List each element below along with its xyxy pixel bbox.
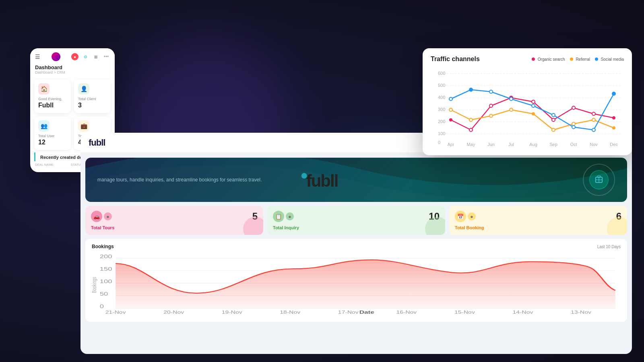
col-deal-name: DEAL NAME [35,163,71,167]
chart-title: Bookings [92,244,114,249]
social-dot-5 [532,104,535,107]
svg-text:300: 300 [438,107,445,112]
booking-icon-2: ● [468,212,476,220]
avatar[interactable] [52,52,60,61]
svg-text:Nov: Nov [590,142,598,147]
traffic-chart-svg: 600 500 400 300 200 100 0 [431,68,624,148]
svg-text:100: 100 [438,131,445,136]
inquiry-icon-1: 📋 [273,211,284,222]
social-dot-8 [592,128,595,132]
referral-dot-9 [612,126,615,130]
svg-text:150: 150 [100,266,112,272]
menu-icon[interactable]: ☰ [35,53,40,60]
organic-dot-9 [612,116,615,119]
svg-text:15-Nov: 15-Nov [454,310,475,315]
breadcrumb: Dashboard Dashboard > CRM [30,64,115,77]
svg-text:Dec: Dec [610,142,618,147]
more-icon[interactable]: ••• [103,53,110,60]
social-dot-1 [449,97,452,101]
stat-total-client: 👤 Total Client 3 [74,79,111,113]
svg-text:16-Nov: 16-Nov [396,310,417,315]
organic-dot-3 [489,104,493,107]
svg-text:17-Nov: 17-Nov [338,310,359,315]
widget-total-inquiry: 📋 ● 10 Total Inquiry [267,206,445,235]
social-dot-6 [552,113,555,117]
svg-text:0: 0 [438,140,440,145]
stat-label-0: Good Evening, [38,97,67,101]
referral-dot-5 [532,112,535,115]
social-dot-7 [572,125,575,129]
traffic-header: Traffic channels Organic search Referral… [431,56,624,63]
referral-dot-1 [449,108,452,111]
hero-wave [85,158,627,202]
notification-icon[interactable]: ● [71,53,78,60]
organic-dot-5 [532,100,535,103]
social-dot-9 [612,92,616,96]
referral-dot-6 [552,128,555,132]
stats-row: 🚗 ● 5 Total Tours 📋 ● 10 Total Inquiry 📅… [80,202,632,235]
tours-title: Total Tours [91,225,258,230]
stat-total-user: 👥 Total User 12 [34,116,71,150]
traffic-card: Traffic channels Organic search Referral… [423,48,632,155]
booking-icons: 📅 ● [455,211,621,222]
svg-text:200: 200 [438,119,445,124]
svg-text:Aug: Aug [529,142,537,147]
inquiry-icon-2: ● [286,212,294,220]
social-dot-4 [510,97,513,101]
svg-text:Bookings: Bookings [92,277,97,293]
organic-dot-8 [592,112,595,115]
svg-text:Sep: Sep [549,142,557,147]
chart-period: Last 10 Days [597,245,621,249]
traffic-legend: Organic search Referral Social media [532,57,624,62]
breadcrumb-path: Dashboard > CRM [35,70,110,74]
stat-value-2: 12 [38,139,67,146]
legend-organic: Organic search [532,57,565,62]
svg-text:Date: Date [359,309,374,315]
svg-text:0: 0 [100,304,104,309]
grid-icon[interactable]: ⊞ [92,53,99,60]
dashboard-title: Dashboard [35,64,110,70]
legend-dot-referral [570,58,573,61]
widget-total-booking: 📅 ● 6 Total Booking [449,206,627,235]
social-dot-2 [469,88,473,92]
tours-icon-2: ● [104,212,112,220]
booking-chart-area: Bookings Last 10 Days 200 150 100 50 0 [85,239,627,322]
deal-icon: 💼 [78,120,89,132]
client-icon: 👤 [78,83,89,95]
svg-text:50: 50 [100,291,108,296]
stat-value-1: 3 [78,102,107,109]
stat-value-0: Fubll [38,102,67,109]
legend-referral: Referral [570,57,590,62]
organic-dot-2 [469,128,473,132]
svg-text:Jul: Jul [508,142,514,147]
organic-dot-7 [572,106,575,109]
referral-dot-8 [592,118,595,121]
svg-text:14-Nov: 14-Nov [513,310,533,315]
area-fill [116,260,615,308]
svg-text:Oct: Oct [570,142,577,147]
referral-dot-7 [572,122,575,125]
legend-dot-social [595,58,598,61]
booking-icon-1: 📅 [455,211,466,222]
settings-icon[interactable]: ⚙ [82,53,89,60]
home-icon: 🏠 [38,83,50,95]
organic-dot-1 [449,118,452,121]
inquiry-title: Total Inquiry [273,225,440,230]
tours-icon-1: 🚗 [91,211,102,222]
stat-label-1: Total Client [78,97,107,101]
svg-text:Apr: Apr [447,142,454,147]
svg-text:500: 500 [438,83,445,88]
svg-text:600: 600 [438,71,445,76]
chart-header: Bookings Last 10 Days [92,244,621,249]
svg-text:100: 100 [100,279,112,284]
booking-title: Total Booking [455,225,621,230]
stat-good-evening: 🏠 Good Evening, Fubll [34,79,71,113]
referral-dot-4 [510,108,513,111]
hero-banner: manage tours, handle inquiries, and stre… [85,158,627,202]
referral-dot-3 [489,114,493,117]
tours-icons: 🚗 ● [91,211,258,222]
booking-area-chart: 200 150 100 50 0 21-Nov 20-Nov 19- [92,251,621,315]
organic-dot-6 [552,118,555,121]
svg-text:19-Nov: 19-Nov [222,310,242,315]
svg-text:May: May [467,142,475,147]
